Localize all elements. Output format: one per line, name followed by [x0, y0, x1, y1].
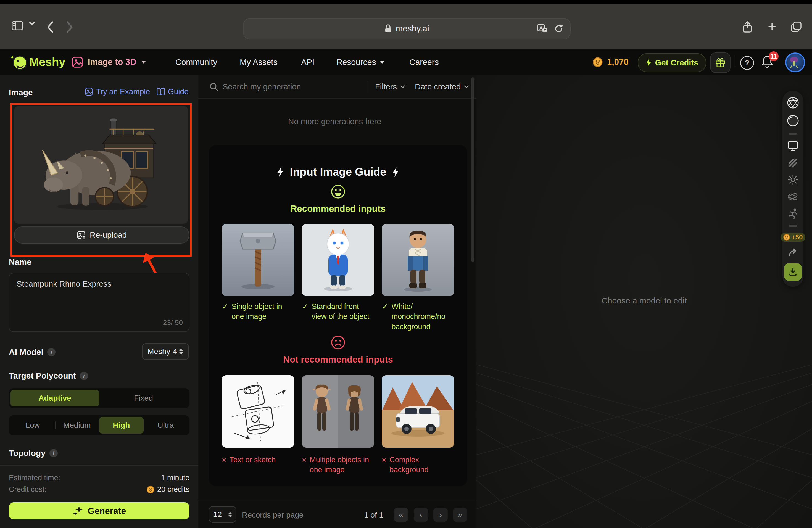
user-avatar[interactable]	[785, 53, 805, 72]
polycount-level-segment: Low Medium High Ultra	[9, 415, 189, 435]
check-icon: ✓	[302, 302, 308, 322]
not-recommended-caption-text: Complex background	[389, 455, 443, 475]
nav-community[interactable]: Community	[175, 57, 217, 67]
page-size-value: 12	[213, 510, 222, 519]
model-viewport[interactable]: Choose a model to edit	[476, 75, 812, 528]
app-header: Meshy Image to 3D Community My Assets AP…	[0, 49, 812, 75]
header-divider	[734, 56, 735, 68]
credit-cost-value: 20 credits	[157, 485, 189, 494]
try-example-link[interactable]: Try an Example	[85, 87, 150, 96]
level-low-option[interactable]: Low	[11, 417, 55, 434]
happy-face-icon	[331, 184, 346, 199]
translate-icon[interactable]: A	[537, 24, 548, 34]
toolbar-divider	[367, 80, 367, 93]
recommended-caption: ✓ Single object in one image	[222, 302, 294, 322]
credit-cost-label: Credit cost:	[9, 485, 47, 494]
wireframe-view-icon[interactable]	[787, 97, 799, 109]
forward-button[interactable]	[66, 21, 73, 33]
nav-api[interactable]: API	[301, 57, 314, 67]
mode-fixed-option[interactable]: Fixed	[99, 390, 188, 407]
prev-page-button[interactable]: ‹	[414, 508, 428, 522]
guide-link[interactable]: Guide	[156, 87, 189, 96]
meshy-logo[interactable]	[10, 53, 28, 72]
mode-selector[interactable]: Image to 3D	[71, 56, 146, 68]
shaded-view-icon[interactable]	[787, 115, 799, 127]
guide-label: Guide	[168, 87, 189, 96]
cross-icon: ×	[382, 455, 386, 475]
sidebar-toggle-icon[interactable]	[12, 21, 23, 30]
ai-model-value: Meshy-4	[147, 347, 177, 356]
reload-icon[interactable]	[554, 24, 563, 34]
pagination-bar: 12 Records per page 1 of 1 « ‹ › »	[198, 501, 476, 528]
nav-my-assets[interactable]: My Assets	[240, 57, 278, 67]
brand-name[interactable]: Meshy	[29, 56, 66, 69]
search-icon	[209, 82, 219, 92]
tab-group-chevron-icon[interactable]	[29, 21, 35, 25]
image-section-label: Image	[9, 88, 33, 97]
new-tab-icon[interactable]: +	[768, 18, 776, 35]
back-button[interactable]	[46, 21, 54, 33]
guide-thumb-sketch	[222, 375, 294, 448]
help-button[interactable]: ?	[740, 56, 754, 70]
animate-pose-icon[interactable]	[787, 208, 798, 219]
screen: meshy.ai A + Meshy	[0, 0, 812, 528]
recommended-caption-text: White/ monochrome/no background	[391, 302, 445, 332]
nav-careers[interactable]: Careers	[409, 57, 439, 67]
bolt-icon	[646, 58, 652, 67]
question-icon: ?	[745, 59, 750, 68]
credits-balance[interactable]: 1,070	[593, 57, 628, 67]
estimated-time-value: 1 minute	[161, 474, 189, 482]
guide-title: Input Image Guide	[290, 166, 387, 178]
next-page-button[interactable]: ›	[433, 508, 448, 522]
download-button[interactable]	[784, 263, 802, 281]
nav-resources[interactable]: Resources	[336, 57, 385, 67]
reupload-button[interactable]: Re-upload	[14, 226, 189, 244]
guide-thumb-hammer	[222, 224, 294, 296]
filters-label: Filters	[375, 82, 397, 91]
chevron-down-icon	[380, 60, 385, 64]
image-upload-preview[interactable]	[14, 106, 188, 224]
material-icon[interactable]	[787, 191, 798, 202]
filters-dropdown[interactable]: Filters	[375, 75, 405, 98]
mode-adaptive-option[interactable]: Adaptive	[11, 390, 99, 407]
not-recommended-caption: × Multiple objects in one image	[302, 455, 374, 475]
bonus-badge-value: +50	[792, 233, 803, 241]
info-icon[interactable]: i	[47, 348, 56, 356]
share-model-icon[interactable]	[787, 247, 798, 258]
topology-row: Topology i	[9, 449, 58, 458]
get-credits-button[interactable]: Get Credits	[638, 53, 706, 72]
chevron-down-icon	[141, 60, 146, 64]
display-mode-icon[interactable]	[787, 141, 799, 151]
uploaded-image-steampunk-rhino	[29, 109, 173, 220]
name-input[interactable]: Steampunk Rhino Express 23/ 50	[9, 273, 189, 332]
sort-dropdown[interactable]: Date created	[415, 75, 469, 98]
credits-balance-value: 1,070	[607, 57, 628, 67]
level-ultra-option[interactable]: Ultra	[144, 417, 188, 434]
level-medium-label: Medium	[63, 421, 91, 430]
ai-model-label: AI Model	[9, 348, 43, 357]
level-high-option[interactable]: High	[99, 417, 144, 434]
tab-overview-icon[interactable]	[791, 21, 802, 33]
recommended-title: Recommended inputs	[209, 204, 467, 214]
level-medium-option[interactable]: Medium	[55, 417, 99, 434]
generate-button[interactable]: Generate	[9, 502, 189, 519]
page-info: 1 of 1	[364, 501, 383, 528]
guide-thumb-pirate-character	[382, 224, 454, 296]
first-page-button[interactable]: «	[394, 508, 408, 522]
example-image-icon	[85, 87, 93, 96]
info-icon[interactable]: i	[80, 372, 88, 380]
page-size-select[interactable]: 12	[209, 506, 236, 523]
panel-scrollbar-thumb[interactable]	[471, 77, 475, 262]
gift-button[interactable]	[710, 53, 730, 73]
lighting-icon[interactable]	[787, 174, 798, 185]
share-icon[interactable]	[742, 21, 752, 33]
last-page-button[interactable]: »	[453, 508, 467, 522]
search-input[interactable]: Search my generation	[222, 75, 301, 98]
polycount-mode-segment: Adaptive Fixed	[9, 388, 189, 408]
url-bar[interactable]: meshy.ai A	[243, 18, 570, 40]
texture-hatch-icon[interactable]	[787, 157, 798, 168]
notifications-button[interactable]: 11	[761, 55, 775, 70]
info-icon[interactable]: i	[49, 449, 58, 457]
generations-panel: Search my generation Filters Date create…	[198, 75, 476, 528]
ai-model-select[interactable]: Meshy-4	[142, 343, 189, 360]
